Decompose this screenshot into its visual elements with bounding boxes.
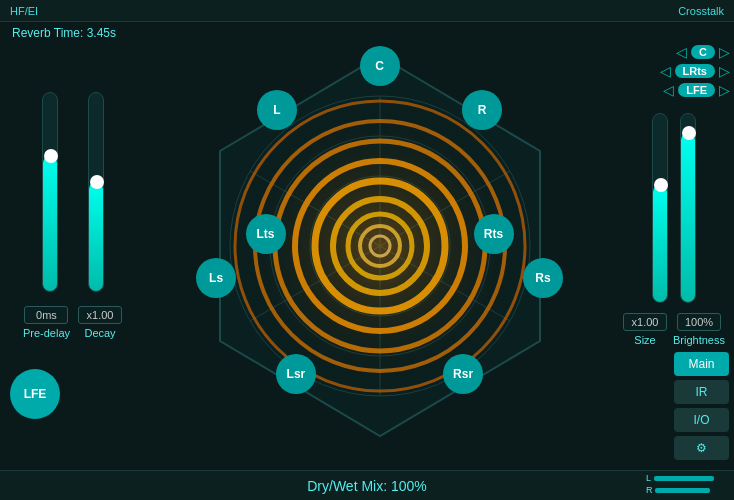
brightness-fill — [681, 133, 695, 302]
decay-track[interactable] — [88, 92, 104, 292]
predelay-fill — [43, 156, 57, 291]
speaker-R[interactable]: R — [462, 90, 502, 130]
main-area: 0ms Pre-delay x1.00 Decay LFE — [0, 22, 734, 470]
cf-label-lfe[interactable]: LFE — [678, 83, 715, 97]
left-sliders-row — [42, 82, 104, 302]
brightness-slider-box — [680, 113, 696, 303]
decay-fill — [89, 182, 103, 291]
l-bar — [654, 476, 714, 481]
predelay-value[interactable]: 0ms — [24, 306, 68, 324]
cf-arrow-left-lrts[interactable]: ◁ — [660, 63, 671, 79]
crossfade-title-top: Crosstalk — [678, 5, 724, 17]
size-thumb[interactable] — [654, 178, 668, 192]
crossfade-row-lrts: ◁ LRts ▷ — [618, 63, 730, 79]
left-panel: 0ms Pre-delay x1.00 Decay LFE — [0, 22, 145, 470]
speaker-C[interactable]: C — [360, 46, 400, 86]
tab-ir[interactable]: IR — [674, 380, 729, 404]
center-area: C L R Lts Rts Ls Rs — [145, 22, 614, 470]
decay-slider-box — [88, 92, 104, 292]
size-fill — [653, 185, 667, 302]
r-label: R — [646, 485, 653, 495]
speaker-Rsr[interactable]: Rsr — [443, 354, 483, 394]
right-panel: ◁ C ▷ ◁ LRts ▷ ◁ LFE ▷ — [614, 22, 734, 470]
cf-arrow-right-lfe[interactable]: ▷ — [719, 82, 730, 98]
predelay-label: Pre-delay — [23, 327, 70, 339]
brightness-value[interactable]: 100% — [677, 313, 721, 331]
tab-buttons: Main IR I/O ⚙ — [674, 352, 729, 460]
bottom-bar: Dry/Wet Mix: 100% L R — [0, 470, 734, 500]
tab-settings[interactable]: ⚙ — [674, 436, 729, 460]
top-bar: HF/EI Crosstalk — [0, 0, 734, 22]
cf-arrow-right-c[interactable]: ▷ — [719, 44, 730, 60]
brightness-track[interactable] — [680, 113, 696, 303]
predelay-track[interactable] — [42, 92, 58, 292]
lr-indicator: L R — [646, 473, 714, 495]
brightness-thumb[interactable] — [682, 126, 696, 140]
l-label: L — [646, 473, 651, 483]
size-track[interactable] — [652, 113, 668, 303]
hexagon-svg — [190, 46, 570, 446]
right-value-boxes: x1.00 Size 100% Brightness — [623, 313, 725, 346]
hexagon-container: C L R Lts Rts Ls Rs — [190, 46, 570, 446]
size-value[interactable]: x1.00 — [623, 313, 667, 331]
dry-wet-label: Dry/Wet Mix: 100% — [307, 478, 427, 494]
r-bar — [655, 488, 710, 493]
decay-label: Decay — [84, 327, 115, 339]
cf-arrow-left-lfe[interactable]: ◁ — [663, 82, 674, 98]
predelay-slider-box — [42, 92, 58, 292]
size-label: Size — [634, 334, 655, 346]
speaker-Lts[interactable]: Lts — [246, 214, 286, 254]
speaker-Rs[interactable]: Rs — [523, 258, 563, 298]
lfe-button[interactable]: LFE — [10, 369, 60, 419]
right-sliders-area — [652, 113, 696, 313]
top-bar-title: HF/EI — [10, 5, 38, 17]
cf-label-c[interactable]: C — [691, 45, 715, 59]
speaker-Lsr[interactable]: Lsr — [276, 354, 316, 394]
left-value-boxes: 0ms Pre-delay x1.00 Decay — [23, 306, 122, 339]
decay-thumb[interactable] — [90, 175, 104, 189]
cf-label-lrts[interactable]: LRts — [675, 64, 715, 78]
brightness-label: Brightness — [673, 334, 725, 346]
speaker-L[interactable]: L — [257, 90, 297, 130]
cf-arrow-right-lrts[interactable]: ▷ — [719, 63, 730, 79]
tab-io[interactable]: I/O — [674, 408, 729, 432]
crossfade-row-lfe: ◁ LFE ▷ — [618, 82, 730, 98]
decay-value[interactable]: x1.00 — [78, 306, 122, 324]
predelay-thumb[interactable] — [44, 149, 58, 163]
crossfade-section: ◁ C ▷ ◁ LRts ▷ ◁ LFE ▷ — [614, 42, 734, 103]
size-slider-box — [652, 113, 668, 303]
crossfade-row-c: ◁ C ▷ — [618, 44, 730, 60]
cf-arrow-left-c[interactable]: ◁ — [676, 44, 687, 60]
speaker-Ls[interactable]: Ls — [196, 258, 236, 298]
speaker-Rts[interactable]: Rts — [474, 214, 514, 254]
tab-main[interactable]: Main — [674, 352, 729, 376]
